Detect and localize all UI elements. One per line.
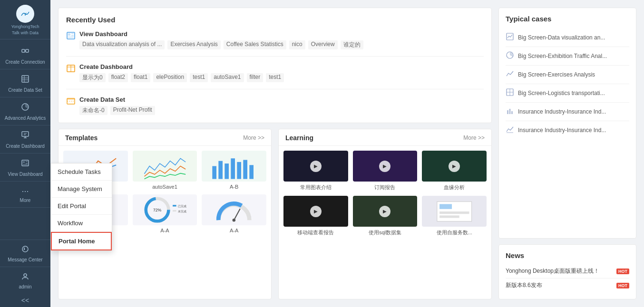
sidebar-item-label: Advanced Analytics — [5, 115, 46, 121]
play-button[interactable]: ▶ — [310, 161, 322, 172]
template-thumb — [133, 151, 197, 182]
sidebar-item-label: View Dashboard — [8, 172, 42, 177]
recently-used-title: Recently Used — [66, 16, 484, 24]
template-card[interactable]: 72% 已完成 未完成 A-A — [133, 194, 197, 233]
dropdown-item-schedule-tasks[interactable]: Schedule Tasks — [51, 163, 112, 181]
recent-tag[interactable]: test1 — [190, 73, 208, 82]
svg-rect-37 — [225, 163, 229, 179]
recent-tag[interactable]: 显示为0 — [79, 73, 106, 82]
learning-card-name: 移动端查看报告 — [297, 229, 334, 236]
sidebar-item-admin[interactable]: admin — [0, 267, 50, 294]
play-button[interactable]: ▶ — [379, 206, 390, 217]
case-item[interactable]: Insurance Industry-Insurance Ind... — [506, 103, 629, 121]
recent-item-view-dashboard: View Dashboard Data visualization analys… — [66, 30, 484, 57]
svg-rect-21 — [24, 248, 25, 250]
svg-rect-3 — [26, 49, 29, 52]
template-card[interactable]: A-B — [202, 151, 266, 190]
learning-more-link[interactable]: More >> — [463, 134, 485, 141]
dropdown-item-workflow[interactable]: Workflow — [51, 215, 112, 232]
recent-tag[interactable]: 未命名-0 — [79, 106, 107, 115]
case-item[interactable]: Insurance Industry-Insurance Ind... — [506, 121, 629, 139]
news-item[interactable]: 新版本8.6发布 HOT — [506, 278, 629, 292]
view-dashboard-recent-icon — [66, 31, 76, 40]
learning-card[interactable]: ▶ 移动端查看报告 — [283, 196, 348, 236]
sidebar-item-create-dashboard[interactable]: Create Dashboard — [0, 125, 50, 154]
sidebar-item-create-connection[interactable]: Create Connection — [0, 41, 50, 69]
case-chart-icon — [506, 88, 514, 98]
svg-rect-38 — [231, 158, 235, 179]
svg-rect-19 — [23, 164, 28, 165]
learning-card-name: 常用图表介绍 — [300, 184, 332, 191]
create-dashboard-icon — [20, 130, 30, 142]
sidebar-item-advanced-analytics[interactable]: Advanced Analytics — [0, 97, 50, 125]
recent-tag[interactable]: Coffee Sales Statistics — [224, 40, 286, 49]
case-chart-icon — [506, 69, 514, 80]
hot-badge: HOT — [616, 283, 629, 288]
dropdown-item-edit-portal[interactable]: Edit Portal — [51, 198, 112, 215]
svg-point-22 — [24, 247, 25, 248]
recent-item-content: Create Dashboard 显示为0 float2 float1 eleP… — [79, 63, 484, 82]
svg-rect-39 — [237, 162, 242, 179]
learning-thumb: ▶ — [283, 196, 348, 227]
sidebar-item-more[interactable]: ··· More — [0, 182, 50, 208]
svg-rect-5 — [22, 76, 29, 82]
recent-tag[interactable]: Overview — [308, 40, 338, 49]
recent-tag[interactable]: test1 — [266, 73, 284, 82]
logo-icon: Y — [16, 5, 34, 23]
templates-more-link[interactable]: More >> — [243, 134, 264, 141]
learning-thumb: ▶ — [353, 196, 418, 227]
recent-tag[interactable]: Profit-Net Profit — [110, 106, 155, 115]
svg-rect-26 — [71, 33, 74, 34]
recent-tags: 未命名-0 Profit-Net Profit — [79, 106, 484, 115]
recent-tag[interactable]: 谁定的 — [341, 40, 363, 49]
recent-item-title: Create Dashboard — [79, 63, 484, 70]
admin-icon — [21, 272, 29, 283]
svg-rect-33 — [67, 98, 75, 100]
dropdown-item-portal-home[interactable]: Portal Home — [51, 232, 112, 250]
sidebar-item-label: admin — [19, 284, 31, 290]
recent-item-title: View Dashboard — [79, 30, 484, 38]
play-button[interactable]: ▶ — [310, 206, 322, 217]
logo: Y YonghongTech Talk with Data — [0, 0, 50, 39]
collapse-button[interactable]: << — [0, 294, 50, 307]
learning-card[interactable]: ▶ 血缘分析 — [422, 151, 487, 191]
learning-card[interactable]: ▶ 常用图表介绍 — [283, 151, 348, 191]
create-dataset-recent-icon — [66, 96, 76, 106]
learning-card[interactable]: ▶ 使用sql数据集 — [353, 196, 418, 236]
case-item[interactable]: Big Screen-Exercises Analysis — [506, 66, 629, 84]
svg-rect-17 — [26, 161, 28, 162]
recent-tag[interactable]: nico — [289, 40, 305, 49]
recently-used-section: Recently Used View Dashboard Data visual… — [58, 8, 492, 123]
sidebar-item-label: Create Data Set — [8, 87, 42, 93]
logo-text: YonghongTech — [11, 24, 39, 29]
dropdown-item-manage-system[interactable]: Manage System — [51, 181, 112, 198]
svg-rect-28 — [68, 37, 74, 38]
case-chart-icon — [506, 125, 514, 135]
case-item[interactable]: Big Screen-Logistics transportati... — [506, 84, 629, 103]
recent-tag[interactable]: Exercises Analysis — [167, 40, 220, 49]
sidebar-item-view-dashboard[interactable]: View Dashboard — [0, 154, 50, 182]
play-button[interactable]: ▶ — [379, 161, 390, 172]
play-button[interactable]: ▶ — [449, 161, 460, 172]
sidebar-item-message-center[interactable]: Message Center — [0, 240, 50, 267]
case-label: Insurance Industry-Insurance Ind... — [518, 127, 629, 134]
recent-tag[interactable]: filter — [247, 73, 263, 82]
template-card[interactable]: autoSave1 — [133, 151, 197, 190]
case-item[interactable]: Big Screen-Exhibition Traffic Anal... — [506, 47, 629, 66]
news-text: 新版本8.6发布 — [506, 281, 614, 289]
recent-tag[interactable]: float1 — [131, 73, 150, 82]
recent-tag[interactable]: autoSave1 — [211, 73, 244, 82]
case-item[interactable]: Big Screen-Data visualization an... — [506, 29, 629, 47]
svg-rect-62 — [439, 204, 452, 209]
svg-rect-64 — [439, 215, 459, 218]
sidebar-item-create-data-set[interactable]: Create Data Set — [0, 69, 50, 97]
recent-tag[interactable]: Data visualization analysis of ... — [79, 40, 165, 49]
news-item[interactable]: Yonghong Desktop桌面版重磅上线！ HOT — [506, 264, 629, 278]
template-name: A-A — [230, 228, 238, 233]
recent-tag[interactable]: elePosition — [153, 73, 187, 82]
learning-card[interactable]: ▶ 订阅报告 — [353, 151, 418, 191]
learning-card[interactable]: 使用自服务数... — [422, 196, 487, 236]
recent-tag[interactable]: float2 — [108, 73, 128, 82]
sidebar-item-label: More — [20, 198, 31, 203]
template-card[interactable]: A-A — [202, 194, 266, 233]
